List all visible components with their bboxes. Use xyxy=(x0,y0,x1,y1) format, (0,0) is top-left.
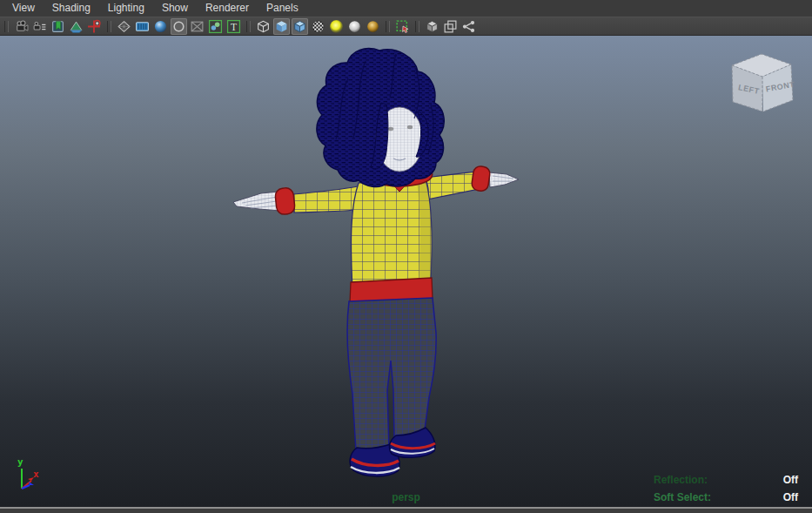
right-eye xyxy=(407,125,413,129)
image-plane-icon[interactable] xyxy=(68,18,84,35)
toolbar-separator xyxy=(386,21,390,32)
toolbar-separator xyxy=(107,21,111,32)
character-right-arm[interactable] xyxy=(425,172,479,199)
isolate-select-icon[interactable] xyxy=(394,18,411,35)
pivot-magnifier-icon[interactable] xyxy=(86,18,103,35)
hud: Reflection:OffSoft Select:Off xyxy=(654,469,798,503)
camera-attributes-icon[interactable] xyxy=(31,18,48,35)
toolbar: T xyxy=(0,17,812,36)
viewport-3d[interactable]: LEFT FRONT y x persp Reflection:OffSoft … xyxy=(0,36,812,507)
menu-item-show[interactable]: Show xyxy=(153,0,197,17)
character-left-arm[interactable] xyxy=(293,186,359,213)
xray-active-components-icon[interactable] xyxy=(442,18,459,35)
shaded-mode-icon[interactable] xyxy=(152,18,169,35)
textured-mode-icon[interactable]: T xyxy=(225,18,242,35)
hud-row-soft-select: Soft Select:Off xyxy=(654,492,798,503)
menu-item-view[interactable]: View xyxy=(3,0,44,17)
character-right-cuff[interactable] xyxy=(471,165,491,192)
smooth-shaded-cube-icon[interactable] xyxy=(273,18,290,35)
default-material-icon[interactable] xyxy=(207,18,224,35)
maya-viewport-window: ViewShadingLightingShowRendererPanels T xyxy=(0,0,812,513)
left-eye xyxy=(388,127,393,131)
wireframe-on-shaded-cube-icon[interactable] xyxy=(292,18,308,35)
toolbar-separator xyxy=(246,21,251,32)
wireframe-mode-icon[interactable] xyxy=(116,18,132,35)
y-axis-label: y xyxy=(17,456,23,468)
plugin-shading-icon[interactable] xyxy=(460,18,477,35)
all-lights-icon[interactable] xyxy=(365,18,381,35)
character-left-cuff[interactable] xyxy=(274,187,295,215)
toolbar-separator xyxy=(415,21,419,32)
wireframe-cube-icon[interactable] xyxy=(255,18,272,35)
menu-item-lighting[interactable]: Lighting xyxy=(99,0,153,17)
smooth-shade-icon[interactable] xyxy=(134,18,151,35)
menubar: ViewShadingLightingShowRendererPanels xyxy=(0,0,812,17)
xray-cube-icon[interactable] xyxy=(424,18,440,35)
menu-item-shading[interactable]: Shading xyxy=(44,0,99,17)
window-bottom-edge xyxy=(0,507,812,513)
toolbar-separator xyxy=(4,21,9,32)
textured-sphere-icon[interactable] xyxy=(310,18,326,35)
bounding-box-icon[interactable] xyxy=(189,18,205,35)
view-cube[interactable]: LEFT FRONT xyxy=(726,50,799,118)
menu-item-renderer[interactable]: Renderer xyxy=(197,0,258,17)
character-model[interactable] xyxy=(0,36,812,507)
x-axis-label: x xyxy=(33,469,39,480)
reflection-value: Off xyxy=(737,475,798,486)
character-pants[interactable] xyxy=(347,298,436,451)
menu-item-panels[interactable]: Panels xyxy=(258,0,307,17)
soft-select-label: Soft Select: xyxy=(654,492,737,503)
svg-text:T: T xyxy=(231,21,237,32)
hud-row-reflection: Reflection:Off xyxy=(654,475,798,486)
character-right-hand[interactable] xyxy=(489,172,519,187)
reflection-label: Reflection: xyxy=(654,475,737,486)
default-lighting-icon[interactable] xyxy=(346,18,363,35)
flat-shade-icon[interactable] xyxy=(171,18,187,35)
soft-select-value: Off xyxy=(737,492,798,503)
character-left-hand[interactable] xyxy=(233,192,280,211)
select-camera-icon[interactable] xyxy=(13,18,30,35)
bookmark-icon[interactable] xyxy=(50,18,66,35)
no-lights-icon[interactable] xyxy=(328,18,345,35)
